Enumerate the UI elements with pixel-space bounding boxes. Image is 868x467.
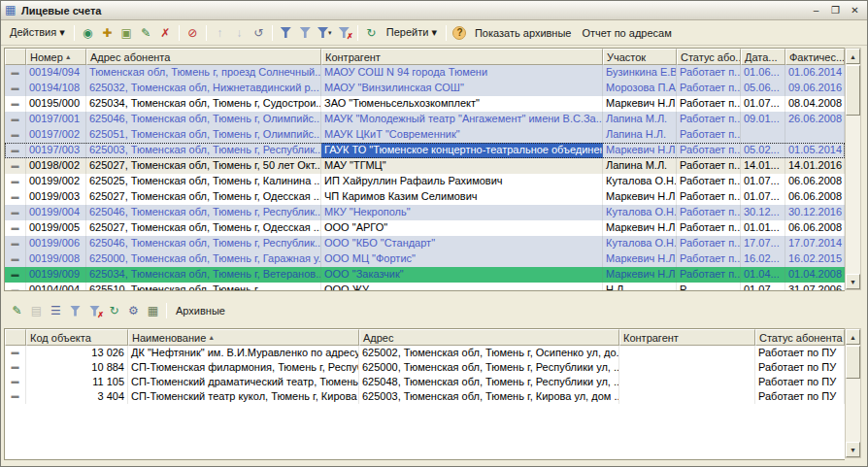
report-icon[interactable]: ▦ (144, 302, 162, 320)
cell-contractor[interactable]: ООО "Заказчик" (321, 267, 603, 283)
cell-contractor[interactable]: МАУК ЦКиТ "Современник" (321, 127, 603, 143)
column-header-дата...[interactable]: Дата... (741, 49, 785, 65)
cell-address[interactable]: Тюменская обл, Тюмень г, проезд Солнечны… (86, 65, 321, 81)
refresh-icon[interactable]: ↻ (105, 302, 123, 320)
cell-status[interactable]: Р... (677, 283, 741, 290)
cell-date[interactable]: 09.01... (741, 112, 785, 127)
cell-address[interactable]: 625051, Тюменская обл, Тюмень г, Олимпий… (86, 127, 321, 143)
cell-date[interactable]: 01.04... (741, 267, 785, 283)
column-header-номер[interactable]: Номер▲ (26, 49, 86, 65)
cell-address[interactable]: 625025, Тюменская обл, Тюмень г, Калинин… (86, 174, 321, 189)
cell-date[interactable]: 01.07... (741, 283, 785, 290)
cell-date[interactable]: 14.01... (741, 158, 785, 174)
column-header-статус абонента[interactable]: Статус абонента (755, 329, 845, 346)
cell-status[interactable]: Работает по ПУ (755, 389, 845, 404)
cell-num[interactable]: 00199/005 (26, 220, 86, 236)
column-header-фактичес...[interactable]: Фактичес... (785, 49, 845, 65)
cell-section[interactable]: Маркевич Н.Л. (603, 143, 677, 158)
cell-contractor[interactable]: МАУК "Молодежный театр "Ангажемент" имен… (321, 112, 603, 127)
cell-date[interactable]: 17.07... (741, 236, 785, 251)
cell-marker[interactable]: ▬ (5, 236, 26, 251)
cell-num[interactable]: 00199/006 (26, 236, 86, 251)
cell-status[interactable]: Работает п... (677, 65, 741, 81)
cell-num[interactable]: 00197/002 (26, 127, 86, 143)
scrollbar-thumb[interactable] (846, 65, 860, 116)
cell-address[interactable]: 625510, Тюменская обл, Тюмень г, ... (86, 283, 321, 290)
history-icon[interactable]: ↺ (250, 23, 268, 42)
accounts-scrollbar[interactable]: ▲ ▼ (845, 48, 861, 290)
maximize-button[interactable]: ❐ (827, 4, 844, 17)
filter-icon[interactable] (296, 23, 315, 42)
column-header-наименование[interactable]: Наименование▲ (128, 329, 359, 346)
archived-toggle-button[interactable]: Архивные (171, 303, 230, 318)
cell-code[interactable]: 11 105 (26, 375, 128, 389)
cell-status[interactable]: Работает по ПУ (755, 346, 845, 360)
cell-status[interactable]: Работает п... (677, 143, 741, 158)
cell-status[interactable]: Работает п... (677, 267, 741, 283)
edit-icon[interactable]: ✎ (8, 302, 26, 320)
cell-name[interactable]: СП-Тюменский театр кукол, Тюмень г, Киро… (128, 389, 359, 404)
cell-fact[interactable]: 09.06.2016 (785, 81, 845, 96)
cell-section[interactable]: Лапина М.Л. (603, 112, 677, 127)
cell-section[interactable]: Маркевич Н.Л. (603, 267, 677, 283)
cell-fact[interactable]: 06.06.2008 (785, 220, 845, 236)
cell-marker[interactable]: ▬ (5, 65, 26, 81)
cell-marker[interactable]: ▬ (5, 158, 26, 174)
cell-date[interactable]: 01.01... (741, 220, 785, 236)
table-row[interactable]: ▬00199/004625046, Тюменская обл, Тюмень … (5, 205, 845, 220)
cell-status[interactable]: Работает по ПУ (755, 360, 845, 375)
column-header[interactable] (5, 49, 26, 65)
cell-num[interactable]: 00199/002 (26, 174, 86, 189)
cell-marker[interactable]: ▬ (5, 81, 26, 96)
column-header[interactable] (5, 329, 26, 346)
cell-num[interactable]: 00194/094 (26, 65, 86, 81)
table-row[interactable]: ▬10 884СП-Тюменская филармония, Тюмень г… (5, 360, 845, 375)
cell-contractor[interactable]: МАОУ СОШ N 94 города Тюмени (321, 65, 603, 81)
cell-num[interactable]: 00104/004 (26, 283, 86, 290)
cell-fact[interactable]: 06.06.2008 (785, 174, 845, 189)
cell-address[interactable]: 625027, Тюменская обл, Тюмень г, 50 лет … (86, 158, 321, 174)
cell-address[interactable]: 625000, Тюменская обл, Тюмень г, Гаражна… (86, 251, 321, 267)
cell-contractor[interactable]: ГАУК ТО "Тюменское концертно-театральное… (321, 143, 603, 158)
cell-status[interactable]: Работает п... (677, 127, 741, 143)
cell-marker[interactable]: ▬ (5, 267, 26, 283)
cell-address[interactable]: 625034, Тюменская обл, Тюмень г, Судостр… (86, 96, 321, 112)
move-down-icon[interactable]: ↓ (230, 23, 249, 42)
scroll-up-icon[interactable]: ▲ (846, 49, 860, 64)
cell-marker[interactable]: ▬ (5, 220, 26, 236)
table-row[interactable]: ▬00198/002625027, Тюменская обл, Тюмень … (5, 158, 845, 174)
refresh-icon[interactable]: ↻ (362, 23, 381, 42)
cell-code[interactable]: 3 404 (26, 389, 128, 404)
cell-num[interactable]: 00198/002 (26, 158, 86, 174)
cell-date[interactable]: 30.12... (741, 205, 785, 220)
table-row[interactable]: ▬00199/003625027, Тюменская обл, Тюмень … (5, 189, 845, 205)
cell-section[interactable]: Лапина М.Л. (603, 158, 677, 174)
cell-contractor[interactable]: МКУ "Некрополь" (321, 205, 603, 220)
cell-address[interactable]: 625034, Тюменская обл, Тюмень г, Ветеран… (86, 267, 321, 283)
cell-num[interactable]: 00195/000 (26, 96, 86, 112)
cell-fact[interactable]: 01.04.2008 (785, 267, 845, 283)
objects-scrollbar[interactable]: ▲ ▼ (845, 328, 861, 458)
cell-marker[interactable]: ▬ (5, 174, 26, 189)
actions-button[interactable]: Действия ▾ (5, 24, 70, 41)
column-header-адрес абонента[interactable]: Адрес абонента (86, 49, 321, 65)
copy-icon[interactable]: ▣ (117, 23, 136, 42)
table-row[interactable]: ▬00199/002625025, Тюменская обл, Тюмень … (5, 174, 845, 189)
table-row[interactable]: ▬00195/000625034, Тюменская обл, Тюмень … (5, 96, 845, 112)
cell-date[interactable]: 05.02... (741, 143, 785, 158)
cell-marker[interactable]: ▬ (5, 143, 26, 158)
filter-by-value-icon[interactable] (277, 23, 295, 42)
cell-contractor[interactable]: ООО "АРГО" (321, 220, 603, 236)
cell-address[interactable]: 625032, Тюменская обл, Нижнетавдинский р… (86, 81, 321, 96)
cell-date[interactable]: 01.07... (741, 174, 785, 189)
settings-icon[interactable]: ⚙ (124, 302, 143, 320)
cell-date[interactable]: 05.06... (741, 81, 785, 96)
clear-filter-icon[interactable]: ✗ (85, 302, 104, 320)
cell-fact[interactable]: 16.02.2015 (785, 251, 845, 267)
table-row[interactable]: ▬11 105СП-Тюменский драматический театр,… (5, 375, 845, 389)
column-header-адрес[interactable]: Адрес (359, 329, 619, 346)
cell-marker[interactable]: ▬ (5, 112, 26, 127)
cell-fact[interactable]: 30.12.2016 (785, 205, 845, 220)
cell-code[interactable]: 13 026 (26, 346, 128, 360)
cell-address[interactable]: 625003, Тюменская обл, Тюмень г, Республ… (86, 143, 321, 158)
